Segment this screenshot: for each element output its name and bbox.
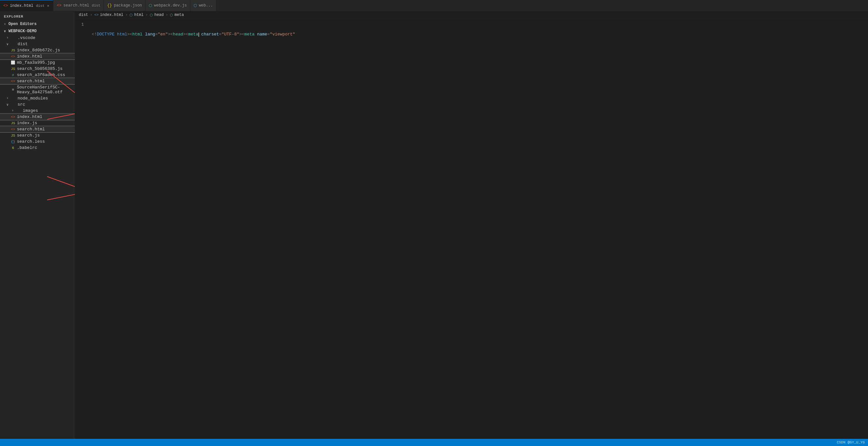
- breadcrumb-box-icon-3: ⬡: [170, 13, 173, 17]
- tok-html-tag: html: [132, 32, 143, 37]
- webpack-demo-chevron: ∨: [3, 29, 7, 33]
- html-icon-3: <>: [10, 128, 16, 131]
- breadcrumb-html-icon: <>: [94, 13, 99, 17]
- status-bar-text: CSDN @GY_U_YG: [837, 441, 865, 444]
- less-icon: {}: [10, 140, 16, 144]
- code-line-1: <!DOCTYPE html><html lang="en"><head><me…: [92, 31, 865, 37]
- dist-search-html-label: search.html: [17, 79, 45, 83]
- breadcrumb-box-icon-1: ⬡: [129, 13, 133, 17]
- tab-package-json-label: package.json: [114, 3, 142, 8]
- dist-file-index-html[interactable]: <> index.html: [0, 53, 75, 60]
- breadcrumb-sep-1: ›: [90, 13, 92, 17]
- breadcrumb-html: ⬡ html: [129, 13, 144, 17]
- src-less-label: search.less: [17, 139, 45, 144]
- html-icon-0: <>: [10, 55, 16, 59]
- dist-file-0-label: index_8d0b672c.js: [17, 48, 60, 53]
- line-numbers: 1: [75, 22, 89, 436]
- status-bar: CSDN @GY_U_YG: [0, 439, 868, 446]
- tok-viewport-val: "viewport": [270, 32, 295, 37]
- breadcrumb-head-label: head: [154, 13, 164, 17]
- tok-name-attr: name: [257, 32, 267, 37]
- dist-chevron: ∨: [5, 42, 10, 46]
- src-file-babelrc[interactable]: 6 .babelrc: [0, 145, 75, 151]
- open-editors-label: Open Editors: [8, 22, 36, 26]
- src-folder[interactable]: ∨ src: [0, 101, 75, 108]
- tok-name-eq: =: [267, 32, 270, 37]
- breadcrumb-meta-label: meta: [175, 13, 184, 17]
- js-icon-0: JS: [10, 48, 16, 52]
- breadcrumb-sep-4: ›: [165, 13, 168, 17]
- main-layout: 生成的压缩html文件 template模板，用于生成html文件时提供模板 E…: [0, 11, 868, 439]
- dist-file-jpg[interactable]: ⬜ mb_faa3a995.jpg: [0, 60, 75, 66]
- tab-web-label: web...: [199, 3, 213, 8]
- tok-eq: =: [155, 32, 158, 37]
- html-icon-1: <>: [10, 79, 16, 83]
- tab-web[interactable]: ⬡ web...: [190, 0, 216, 11]
- src-images-folder[interactable]: › images: [0, 108, 75, 114]
- tok-lang-attr: lang: [145, 32, 155, 37]
- vscode-label: .vscode: [18, 35, 35, 40]
- dist-file-search-html[interactable]: <> search.html: [0, 78, 75, 84]
- src-file-index-html[interactable]: <> index.html: [0, 114, 75, 120]
- sidebar: 生成的压缩html文件 template模板，用于生成html文件时提供模板 E…: [0, 11, 75, 439]
- tok-charset-eq: =: [219, 32, 222, 37]
- tok-doctype-bracket: <!: [92, 32, 97, 37]
- tab-html-icon-2: <>: [57, 3, 61, 8]
- src-chevron: ∨: [5, 103, 10, 107]
- tab-close-button[interactable]: ✕: [46, 3, 50, 8]
- src-file-less[interactable]: {} search.less: [0, 138, 75, 145]
- tok-doctype-bracket-close: >: [127, 32, 130, 37]
- images-chevron: ›: [10, 109, 15, 112]
- dist-label: dist: [18, 42, 28, 46]
- js-icon-3: JS: [10, 134, 16, 138]
- code-content: <!DOCTYPE html><html lang="en"><head><me…: [89, 22, 868, 436]
- src-file-index-js[interactable]: JS index.js: [0, 120, 75, 126]
- img-icon: ⬜: [10, 61, 16, 65]
- node-modules-chevron: ›: [5, 97, 10, 100]
- svg-line-8: [47, 193, 75, 200]
- src-label: src: [18, 102, 25, 107]
- src-file-search-js[interactable]: JS search.js: [0, 132, 75, 138]
- tab-html-icon: <>: [3, 4, 8, 8]
- js-icon-1: JS: [10, 67, 16, 71]
- html-icon-2: <>: [10, 115, 16, 119]
- node-modules-label: node_modules: [18, 96, 48, 101]
- tab-package-json[interactable]: {} package.json: [104, 0, 146, 11]
- tok-head-open: <: [170, 32, 173, 37]
- open-editors-chevron: ›: [3, 23, 7, 26]
- tab-search-html[interactable]: <> search.html dist: [53, 0, 104, 11]
- code-editor[interactable]: 1 <!DOCTYPE html><html lang="en"><head><…: [75, 19, 868, 439]
- tab-dist-suffix: dist: [36, 4, 44, 8]
- open-editors-section[interactable]: › Open Editors: [0, 21, 75, 28]
- dist-folder[interactable]: ∨ dist: [0, 41, 75, 47]
- dist-font-label: SourceHanSerifSC-Heavy_8a4275a0.otf: [17, 85, 72, 95]
- tab-index-html[interactable]: <> index.html dist ✕: [0, 0, 53, 11]
- dist-css-label: search_a3f6adeb.css: [17, 72, 65, 77]
- breadcrumb-html-label: html: [134, 13, 144, 17]
- tok-charset-attr: charset: [201, 32, 219, 37]
- js-icon-2: JS: [10, 121, 16, 125]
- svg-line-6: [47, 176, 75, 190]
- dist-file-search-js[interactable]: JS search_5b056385.js: [0, 66, 75, 72]
- breadcrumb-sep-2: ›: [125, 13, 127, 17]
- webpack-demo-section[interactable]: ∨ WEBPACK-DEMO: [0, 28, 75, 35]
- src-search-js-label: search.js: [17, 133, 40, 138]
- tab-bar: <> index.html dist ✕ <> search.html dist…: [0, 0, 868, 11]
- src-file-search-html[interactable]: <> search.html: [0, 126, 75, 132]
- breadcrumb-head: ⬡ head: [150, 13, 164, 17]
- breadcrumb-sep-3: ›: [146, 13, 148, 17]
- tab-dist-suffix-2: dist: [92, 4, 100, 7]
- vscode-folder[interactable]: › .vscode: [0, 35, 75, 41]
- src-index-html-label: index.html: [17, 114, 42, 119]
- dist-file-css[interactable]: # search_a3f6adeb.css: [0, 72, 75, 78]
- editor-area: dist › <> index.html › ⬡ html › ⬡ head ›…: [75, 11, 868, 439]
- tab-webpack-dev[interactable]: ⬡ webpack.dev.js: [146, 0, 190, 11]
- breadcrumb-dist-label: dist: [79, 13, 88, 17]
- dist-file-0[interactable]: JS index_8d0b672c.js: [0, 47, 75, 53]
- node-modules-folder[interactable]: › node_modules: [0, 95, 75, 101]
- tab-webpack-dev-label: webpack.dev.js: [154, 3, 187, 8]
- src-images-label: images: [23, 108, 38, 113]
- dist-file-font[interactable]: ≡ SourceHanSerifSC-Heavy_8a4275a0.otf: [0, 84, 75, 95]
- tok-meta-tag: meta: [188, 32, 198, 37]
- breadcrumb-meta: ⬡ meta: [170, 13, 184, 17]
